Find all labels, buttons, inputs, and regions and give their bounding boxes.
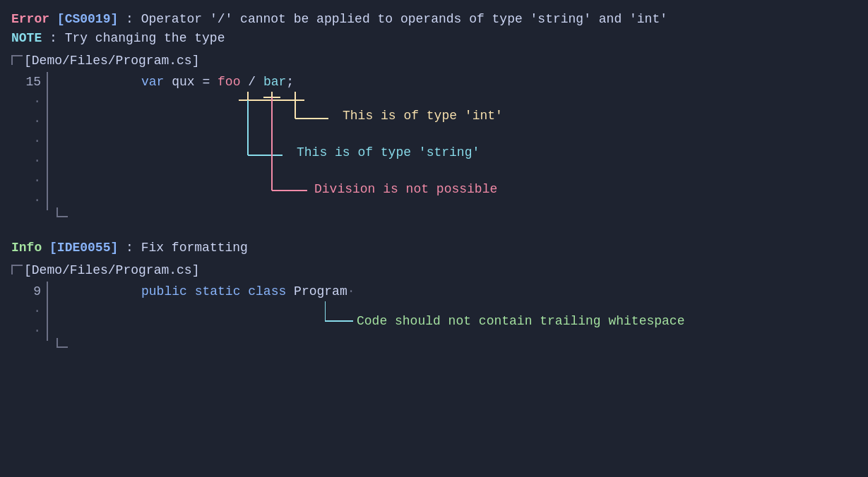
code-slash: / xyxy=(248,72,256,92)
ann-division-text: Division is not possible xyxy=(314,182,497,196)
ann-trailing-label: Code should not contain trailing whitesp… xyxy=(357,314,684,328)
gutter-dot-2: · xyxy=(33,111,41,131)
info-vert-bar-spacer xyxy=(47,335,48,348)
gutter-dot-4: · xyxy=(33,151,41,171)
note-line: NOTE : Try changing the type xyxy=(11,29,857,48)
bracket-top-left-error xyxy=(11,55,23,65)
info-vertical-bar xyxy=(47,282,48,341)
annotation-diagram-error: This is of type 'int' This is of type 's… xyxy=(57,92,868,210)
code-static: static xyxy=(195,282,241,302)
main-container: Error [CS0019] : Operator '/' cannot be … xyxy=(0,0,868,354)
gutter-line-9: 9 xyxy=(33,282,41,301)
error-message: : Operator '/' cannot be applied to oper… xyxy=(126,12,667,26)
code-trailing-dot: · xyxy=(347,282,355,302)
ann-division-label: Division is not possible xyxy=(314,182,497,196)
code-var-keyword: var xyxy=(141,72,164,92)
section-gap xyxy=(0,217,868,234)
info-gutter: 9 · · xyxy=(11,282,47,341)
info-code-block: 9 · · public static class Program · xyxy=(0,282,868,341)
gutter-dot-3: · xyxy=(33,131,41,151)
gutter-dot-1: · xyxy=(33,92,41,111)
code-semi: ; xyxy=(286,72,294,92)
error-file-path: [Demo/Files/Program.cs] xyxy=(24,52,199,69)
error-gutter: 15 · · · · · · xyxy=(11,72,47,210)
bracket-top-left-info xyxy=(11,265,23,274)
note-message: : Try changing the type xyxy=(49,31,225,45)
code-foo: foo xyxy=(218,72,240,92)
error-header: Error [CS0019] : Operator '/' cannot be … xyxy=(0,6,868,51)
error-file-path-block: [Demo/Files/Program.cs] xyxy=(0,52,868,69)
info-gutter-dot-1: · xyxy=(33,301,41,321)
ann-trailing-text: Code should not contain trailing whitesp… xyxy=(357,314,684,328)
info-message: : Fix formatting xyxy=(126,241,248,255)
info-label: Info xyxy=(11,241,42,255)
error-code: [CS0019] xyxy=(57,12,118,26)
error-code-content: var qux = foo / bar ; xyxy=(57,72,868,210)
info-file-path: [Demo/Files/Program.cs] xyxy=(24,262,199,279)
code-var-name: qux xyxy=(172,72,194,92)
ann-string-text: This is of type 'string' xyxy=(297,145,480,159)
code-bar: bar xyxy=(263,72,286,92)
error-label: Error xyxy=(11,12,49,26)
gutter-spacer xyxy=(11,205,47,217)
gutter-dot-5: · xyxy=(33,171,41,191)
error-line: Error [CS0019] : Operator '/' cannot be … xyxy=(11,10,857,29)
error-code-block: 15 · · · · · · var qux = foo xyxy=(0,72,868,210)
code-equals: = xyxy=(202,72,210,92)
vert-bar-spacer xyxy=(47,205,48,217)
code-line-9: public static class Program · xyxy=(57,282,868,301)
info-file-path-block: [Demo/Files/Program.cs] xyxy=(0,262,868,279)
code-line-15: var qux = foo / bar ; xyxy=(57,72,868,92)
info-code: [IDE0055] xyxy=(49,241,118,255)
code-program: Program xyxy=(294,282,347,302)
ann-string-label: This is of type 'string' xyxy=(297,145,480,159)
gutter-line-15: 15 xyxy=(25,72,41,92)
note-label: NOTE xyxy=(11,31,42,45)
info-gutter-spacer xyxy=(11,335,47,348)
error-vertical-bar xyxy=(47,72,48,210)
info-line: Info [IDE0055] : Fix formatting xyxy=(11,238,857,258)
annotation-diagram-info: Code should not contain trailing whitesp… xyxy=(57,301,868,341)
code-public: public xyxy=(141,282,187,302)
ann-int-text: This is of type 'int' xyxy=(343,109,503,123)
info-header: Info [IDE0055] : Fix formatting xyxy=(0,234,868,260)
ann-int-label: This is of type 'int' xyxy=(343,109,503,123)
code-class: class xyxy=(248,282,286,302)
info-code-content: public static class Program · Code shoul… xyxy=(57,282,868,341)
